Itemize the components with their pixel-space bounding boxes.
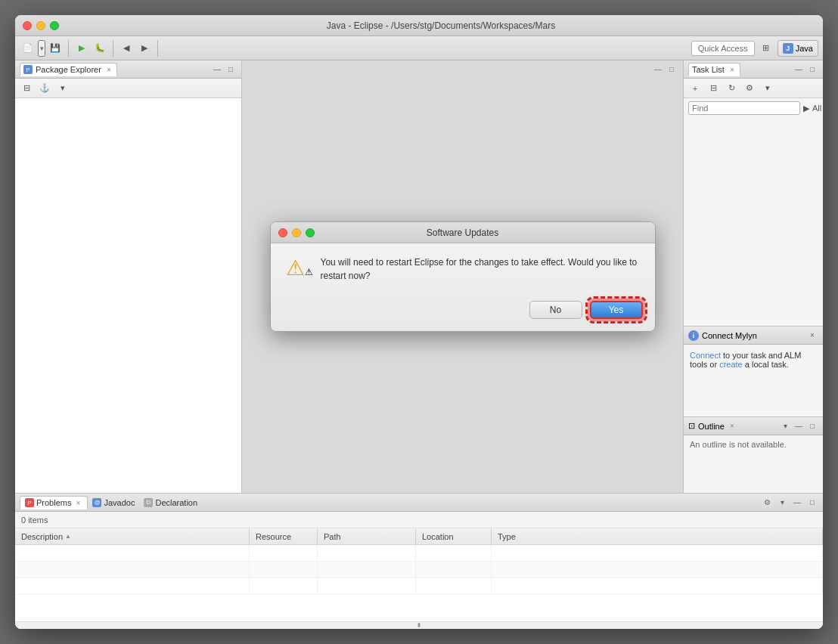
connect-link[interactable]: Connect — [690, 351, 721, 360]
link-editor-btn[interactable]: ⚓ — [36, 80, 53, 97]
sort-icon: ▲ — [65, 533, 71, 540]
new-btn[interactable]: 📄 — [20, 40, 36, 57]
bottom-panel-settings-btn[interactable]: ⚙ — [761, 497, 773, 509]
task-find-input[interactable] — [688, 101, 800, 115]
task-list-close-btn[interactable]: × — [728, 65, 737, 74]
items-count: 0 items — [21, 516, 48, 525]
java-perspective-btn[interactable]: J Java — [777, 40, 818, 57]
back-btn[interactable]: ◀ — [118, 40, 135, 57]
problems-tab-close[interactable]: × — [73, 498, 82, 507]
toolbar-group-file: 📄 ▾ 💾 — [20, 40, 69, 57]
bottom-panel-minimize-btn[interactable]: — — [791, 497, 803, 509]
main-area: P Package Explorer × — □ ⊟ ⚓ ▾ — — [15, 60, 823, 493]
dialog-yes-btn[interactable]: Yes — [590, 301, 643, 319]
close-window-btn[interactable] — [23, 21, 32, 30]
tab-problems[interactable]: P Problems × — [20, 496, 88, 509]
task-filter-btn[interactable]: ⊟ — [705, 80, 722, 97]
cell-location-1 — [416, 545, 492, 561]
new-dropdown[interactable]: ▾ — [38, 40, 45, 57]
bottom-panel-controls: ⚙ ▾ — □ — [761, 497, 818, 509]
dialog-buttons: No Yes — [271, 295, 655, 331]
minimize-panel-btn[interactable]: — — [211, 63, 223, 76]
package-explorer-header: P Package Explorer × — □ — [15, 60, 241, 79]
task-list-tab[interactable]: Task List × — [688, 63, 740, 76]
outline-header-bar: ⊡ Outline × ▾ — □ — [684, 417, 823, 435]
run-btn[interactable]: ▶ — [73, 40, 90, 57]
debug-btn[interactable]: 🐛 — [92, 40, 108, 57]
connect-mylyn-title: Connect Mylyn — [702, 331, 757, 340]
task-list-maximize-btn[interactable]: □ — [806, 63, 818, 76]
bottom-panel-menu-btn[interactable]: ▾ — [776, 497, 788, 509]
task-new-btn[interactable]: + — [687, 80, 703, 97]
problems-tab-icon: P — [25, 498, 34, 507]
outline-close-btn[interactable]: × — [728, 422, 737, 431]
outline-collapse-btn[interactable]: ▾ — [779, 420, 791, 432]
tab-javadoc[interactable]: @ Javadoc — [88, 497, 139, 509]
cell-description-3 — [15, 578, 250, 594]
outline-controls: ▾ — □ — [779, 420, 818, 432]
forward-btn[interactable]: ▶ — [136, 40, 153, 57]
dialog-close-btn[interactable] — [278, 228, 287, 237]
minimize-window-btn[interactable] — [36, 21, 45, 30]
dialog-no-btn[interactable]: No — [529, 301, 582, 319]
perspectives-btn[interactable]: ⊞ — [758, 40, 774, 57]
dialog-minimize-btn[interactable] — [292, 228, 301, 237]
task-menu-btn[interactable]: ▾ — [759, 80, 776, 97]
table-header: Description ▲ Resource Path Location Typ… — [15, 528, 823, 545]
dialog-title: Software Updates — [427, 228, 498, 238]
maximize-panel-btn[interactable]: □ — [225, 63, 237, 76]
table-body — [15, 545, 823, 621]
col-location: Location — [416, 528, 492, 544]
task-list-header: Task List × — □ — [684, 60, 823, 79]
bottom-panel-maximize-btn[interactable]: □ — [806, 497, 818, 509]
cell-type-3 — [492, 578, 823, 594]
connect-mylyn-controls: × — [806, 330, 818, 342]
java-icon: J — [783, 43, 793, 54]
dialog-title-bar: Software Updates — [271, 222, 655, 243]
cell-location-2 — [416, 562, 492, 577]
collapse-all-btn[interactable]: ⊟ — [18, 80, 35, 97]
outline-maximize-btn[interactable]: □ — [806, 420, 818, 432]
task-list-minimize-btn[interactable]: — — [793, 63, 805, 76]
right-panel: Task List × — □ + ⊟ ↻ ⚙ ▾ — [683, 60, 823, 493]
traffic-lights — [23, 21, 59, 30]
maximize-window-btn[interactable] — [50, 21, 59, 30]
outline-content: An outline is not available. — [684, 435, 823, 454]
package-explorer-toolbar: ⊟ ⚓ ▾ — [15, 79, 241, 98]
javadoc-tab-icon: @ — [92, 498, 101, 507]
col-resource: Resource — [250, 528, 318, 544]
outline-minimize-btn[interactable]: — — [793, 420, 805, 432]
create-link[interactable]: create — [719, 360, 743, 369]
title-bar: Java - Eclipse - /Users/stg/Documents/Wo… — [15, 15, 823, 36]
package-explorer-close-btn[interactable]: × — [104, 65, 113, 74]
col-description: Description ▲ — [15, 528, 250, 544]
task-find-row: ▶ All ▶ Activ... — [684, 98, 823, 118]
package-explorer-tab-label: Package Explorer — [36, 65, 101, 74]
bottom-tab-bar: P Problems × @ Javadoc D Declaration ⚙ ▾… — [15, 494, 823, 512]
quick-access-input[interactable]: Quick Access — [691, 41, 755, 56]
cell-path-1 — [318, 545, 416, 561]
cell-type-2 — [492, 562, 823, 577]
view-menu-btn[interactable]: ▾ — [54, 80, 71, 97]
tab-declaration[interactable]: D Declaration — [139, 497, 202, 509]
dialog-maximize-btn[interactable] — [306, 228, 315, 237]
scroll-area — [15, 621, 823, 629]
cell-resource-3 — [250, 578, 318, 594]
task-list-panel: Task List × — □ + ⊟ ↻ ⚙ ▾ — [684, 60, 823, 327]
save-btn[interactable]: 💾 — [47, 40, 64, 57]
task-settings-btn[interactable]: ⚙ — [741, 80, 758, 97]
col-type-label: Type — [498, 532, 516, 541]
col-path-label: Path — [324, 532, 341, 541]
quick-access-label: Quick Access — [698, 44, 748, 53]
javadoc-tab-label: Javadoc — [104, 498, 135, 507]
connect-mylyn-close-btn[interactable]: × — [806, 330, 818, 342]
task-sync-btn[interactable]: ↻ — [723, 80, 740, 97]
package-explorer-tab[interactable]: P Package Explorer × — [20, 63, 117, 76]
declaration-tab-label: Declaration — [155, 498, 197, 507]
table-row — [15, 578, 823, 595]
outline-panel: ⊡ Outline × ▾ — □ An outline is not avai… — [684, 417, 823, 493]
cell-description-1 — [15, 545, 250, 561]
col-type: Type — [492, 528, 823, 544]
task-all-label[interactable]: All — [812, 104, 821, 113]
info-icon: i — [688, 330, 699, 341]
